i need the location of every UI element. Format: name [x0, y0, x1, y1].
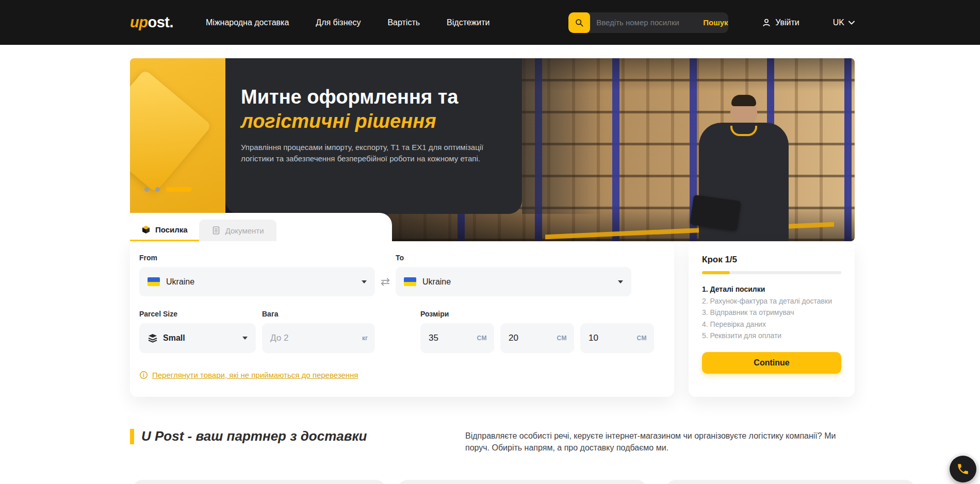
- dimensions-label: Розміри: [420, 310, 654, 318]
- login-label: Увійти: [775, 18, 799, 27]
- heading-accent-bar: [130, 429, 134, 444]
- hero-description: Управління процесами імпорту, експорту, …: [241, 142, 501, 164]
- restricted-items-row: Переглянути товари, які не приймаються д…: [139, 371, 662, 379]
- from-country-select[interactable]: Ukraine: [139, 267, 375, 296]
- restricted-items-link[interactable]: Переглянути товари, які не приймаються д…: [152, 371, 358, 379]
- tracking-search: Пошук: [568, 12, 728, 33]
- flag-ukraine-icon: [404, 277, 416, 286]
- dropdown-arrow-icon: [618, 280, 623, 283]
- dimension-height-input[interactable]: [589, 333, 625, 343]
- chevron-down-icon: [848, 21, 855, 25]
- direction-card[interactable]: [398, 480, 646, 484]
- about-heading: U Post - ваш партнер з доставки: [130, 427, 465, 454]
- main-nav: Міжнародна доставка Для бізнесу Вартість…: [206, 18, 489, 27]
- hero-title-line1: Митне оформлення та: [241, 85, 507, 109]
- top-navbar: upost. Міжнародна доставка Для бізнесу В…: [0, 0, 980, 45]
- carousel-dot[interactable]: [155, 187, 160, 192]
- dimension-width-input[interactable]: [509, 333, 545, 343]
- steps-title: Крок 1/5: [702, 255, 841, 265]
- step-item-2: 2. Рахунок-фактура та деталі доставки: [702, 295, 841, 307]
- weight-input[interactable]: [270, 333, 332, 343]
- swap-direction-button[interactable]: ⇄: [375, 275, 396, 289]
- parcel-form-card: From Ukraine ⇄ To Uk: [130, 241, 674, 397]
- nav-item-international[interactable]: Міжнародна доставка: [206, 18, 289, 27]
- dimension-width-field: см: [500, 323, 574, 353]
- brand-logo[interactable]: upost.: [130, 14, 173, 31]
- to-country-select[interactable]: Ukraine: [396, 267, 631, 296]
- brand-logo-accent: up: [130, 14, 148, 30]
- parcel-size-label: Parcel Size: [139, 310, 256, 318]
- phone-icon: [956, 462, 970, 476]
- weight-field: кг: [262, 323, 375, 353]
- weight-label: Вага: [262, 310, 375, 318]
- about-title: U Post - ваш партнер з доставки: [141, 427, 367, 445]
- dimension-unit: см: [557, 335, 567, 342]
- direction-card[interactable]: [133, 480, 385, 484]
- hero-title-line2: логістичні рішення: [241, 109, 507, 133]
- step-item-5: 5. Реквізити для оплати: [702, 330, 841, 342]
- nav-item-track[interactable]: Відстежити: [447, 18, 489, 27]
- parcel-size-value: Small: [163, 333, 185, 343]
- to-label: To: [396, 254, 631, 262]
- dropdown-arrow-icon: [362, 280, 367, 283]
- continue-button[interactable]: Continue: [702, 352, 841, 374]
- about-section: U Post - ваш партнер з доставки Відправл…: [130, 427, 855, 454]
- step-item-4: 4. Перевірка даних: [702, 319, 841, 330]
- search-icon: [574, 18, 584, 28]
- login-button[interactable]: Увійти: [762, 18, 799, 27]
- parcel-size-select[interactable]: Small: [139, 323, 256, 353]
- dimension-unit: см: [636, 335, 647, 342]
- dropdown-arrow-icon: [242, 337, 248, 340]
- language-selector[interactable]: UK: [833, 18, 855, 27]
- tab-documents-label: Документи: [225, 226, 264, 235]
- weight-unit: кг: [362, 335, 368, 342]
- carousel-dot-active[interactable]: [166, 187, 192, 192]
- dimension-length-field: см: [420, 323, 494, 353]
- to-country-value: Ukraine: [422, 277, 451, 287]
- step-item-1: 1. Деталі посилки: [702, 283, 841, 295]
- nav-item-pricing[interactable]: Вартість: [387, 18, 420, 27]
- step-item-3: 3. Відправник та отримувач: [702, 307, 841, 319]
- contact-phone-button[interactable]: [950, 456, 976, 482]
- dimension-height-field: см: [580, 323, 654, 353]
- direction-card[interactable]: [666, 480, 914, 484]
- info-icon: [139, 371, 148, 379]
- carousel-dot[interactable]: [144, 187, 149, 192]
- hero-text-panel: Митне оформлення та логістичні рішення У…: [225, 58, 522, 214]
- tab-documents[interactable]: Документи: [199, 220, 276, 241]
- flag-ukraine-icon: [148, 277, 160, 286]
- steps-card: Крок 1/5 1. Деталі посилки 2. Рахунок-фа…: [689, 241, 855, 397]
- package-icon: [141, 225, 151, 235]
- search-input[interactable]: [590, 18, 703, 27]
- user-icon: [762, 18, 771, 27]
- dimension-unit: см: [477, 335, 487, 342]
- parcel-size-icon: [148, 333, 158, 343]
- progress-bar: [702, 271, 841, 274]
- nav-item-business[interactable]: Для бізнесу: [316, 18, 361, 27]
- booking-widget: Посилка Документи From: [130, 213, 855, 397]
- document-icon: [211, 226, 221, 235]
- brand-logo-rest: ost.: [148, 14, 173, 30]
- from-label: From: [139, 254, 375, 262]
- language-code: UK: [833, 18, 844, 27]
- steps-list: 1. Деталі посилки 2. Рахунок-фактура та …: [702, 283, 841, 342]
- tabs-bar: Посилка Документи: [130, 213, 392, 241]
- about-description: Відправляєте особисті речі, керуєте інте…: [465, 427, 855, 454]
- dimension-length-input[interactable]: [429, 333, 465, 343]
- search-submit-label[interactable]: Пошук: [703, 18, 728, 27]
- search-button[interactable]: [568, 12, 590, 33]
- tab-parcel[interactable]: Посилка: [130, 220, 199, 241]
- carousel-indicators: [144, 187, 192, 192]
- tab-parcel-label: Посилка: [155, 225, 188, 234]
- panel-fade: [522, 58, 605, 214]
- page: upost. Міжнародна доставка Для бізнесу В…: [0, 0, 980, 484]
- progress-bar-fill: [702, 271, 730, 274]
- from-country-value: Ukraine: [166, 277, 194, 287]
- envelope-graphic: [130, 69, 212, 193]
